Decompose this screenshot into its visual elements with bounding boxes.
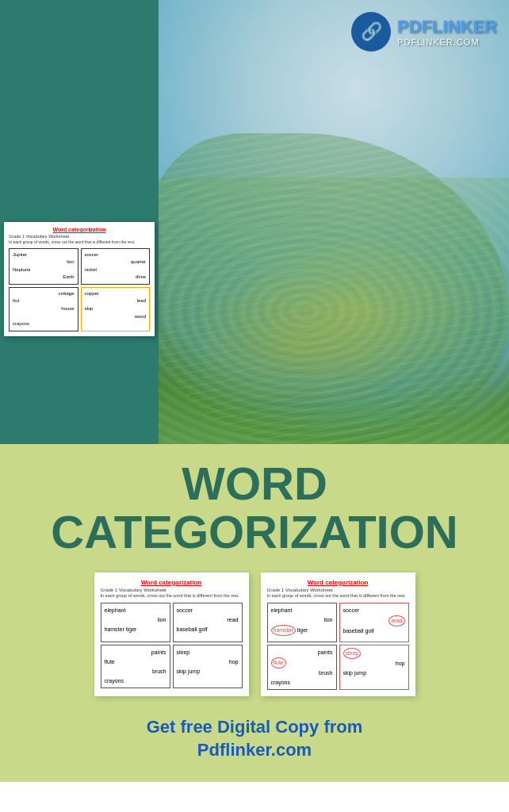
ws-word: dime bbox=[85, 274, 147, 282]
ws-preview-title: Word categorization bbox=[9, 227, 150, 232]
main-title-line2: CATEGORIZATION bbox=[51, 508, 457, 557]
word-circled-flute: flute bbox=[271, 657, 286, 668]
word: jump bbox=[354, 670, 366, 676]
word: read bbox=[177, 615, 239, 625]
ws-box-3: cottage hut house crayons bbox=[9, 287, 78, 331]
wc1-instruction: In each group of words, cross out the wo… bbox=[101, 593, 243, 599]
ws-word: nickel bbox=[85, 267, 97, 272]
word: read bbox=[343, 615, 405, 626]
word: brush bbox=[105, 667, 166, 676]
ws-word: crayons bbox=[13, 321, 29, 326]
logo-text: PDFLINKER PDFLINKER.COM bbox=[397, 17, 497, 47]
ws-word: house bbox=[13, 305, 75, 313]
worksheets-row: Word categorization Grade 1 Vocabulary W… bbox=[94, 573, 415, 697]
ws-word: copper bbox=[85, 291, 99, 296]
word: paints bbox=[271, 648, 333, 657]
wc1-box1: elephant lion hamster tiger bbox=[101, 603, 170, 642]
word: sleep bbox=[177, 649, 190, 655]
ws-box-4: copper lead skip wood bbox=[81, 287, 151, 331]
logo-area: 🔗 PDFLINKER PDFLINKER.COM bbox=[351, 12, 497, 52]
word: paints bbox=[105, 648, 166, 657]
word: flute bbox=[105, 659, 115, 665]
ws-preview-instruction: In each group of words, cross out the wo… bbox=[9, 239, 150, 245]
wc2-title: Word categorization bbox=[267, 579, 409, 586]
ws-word: hut bbox=[13, 298, 19, 303]
logo-website: PDFLINKER.COM bbox=[397, 37, 479, 47]
word-circled-hamster: hamster bbox=[271, 625, 296, 636]
ws-word: Earth bbox=[13, 274, 75, 282]
ws-word: wood bbox=[85, 313, 147, 321]
worksheet-preview: Word categorization Grade 1 Vocabulary W… bbox=[4, 222, 155, 336]
ws-word: soccer bbox=[85, 252, 99, 257]
word: jump bbox=[188, 668, 200, 674]
word: skip bbox=[343, 670, 353, 676]
word: elephant bbox=[271, 607, 293, 613]
ws-word: lead bbox=[85, 297, 147, 305]
painting-flowers bbox=[204, 222, 509, 400]
word: crayons bbox=[271, 680, 291, 685]
main-title: WORD CATEGORIZATION bbox=[51, 460, 457, 557]
wc1-grid: elephant lion hamster tiger soccer read … bbox=[101, 603, 243, 689]
wc2-instruction: In each group of words, cross out the wo… bbox=[267, 593, 409, 599]
ws-word: lion bbox=[13, 259, 75, 266]
word: hop bbox=[343, 659, 405, 668]
word-circled-sleep: sleep bbox=[343, 648, 362, 659]
top-section: 🔗 PDFLINKER PDFLINKER.COM Word categoriz… bbox=[0, 0, 509, 444]
ws-preview-grid: Jupiter lion Neptune Earth soccer quarte… bbox=[9, 248, 150, 331]
wc2-box1: elephant lion hamster tiger bbox=[267, 603, 337, 642]
logo-icon: 🔗 bbox=[351, 12, 391, 52]
logo-linker: LINKER bbox=[432, 17, 497, 36]
word: soccer bbox=[343, 607, 360, 613]
worksheet-card-2: Word categorization Grade 1 Vocabulary W… bbox=[261, 573, 415, 697]
ws-word: cottage bbox=[13, 290, 75, 298]
cta-line1: Get free Digital Copy from bbox=[147, 716, 363, 739]
word: skip bbox=[177, 668, 186, 674]
word: golf bbox=[199, 626, 208, 632]
wc2-box3: paints flute brush crayons bbox=[267, 645, 337, 691]
word: soccer bbox=[177, 607, 193, 613]
cta-line2: Pdflinker.com bbox=[147, 739, 363, 762]
bottom-section: WORD CATEGORIZATION Word categorization … bbox=[0, 444, 509, 782]
wc2-grid: elephant lion hamster tiger soccer read … bbox=[267, 603, 409, 691]
word: hamster bbox=[105, 626, 124, 632]
worksheet-card-1: Word categorization Grade 1 Vocabulary W… bbox=[94, 573, 249, 697]
wc1-grade: Grade 1 Vocabulary Worksheet bbox=[101, 588, 243, 592]
word: brush bbox=[271, 668, 333, 678]
wc1-box2: soccer read baseball golf bbox=[173, 603, 243, 642]
wc2-box2: soccer read baseball golf bbox=[339, 603, 409, 642]
ws-word: quarter bbox=[85, 259, 147, 266]
word: elephant bbox=[105, 607, 126, 613]
ws-preview-grade: Grade 1 Vocabulary Worksheet bbox=[9, 234, 150, 239]
ws-word: Jupiter bbox=[13, 252, 27, 257]
word: lion bbox=[271, 615, 333, 625]
cta-text[interactable]: Get free Digital Copy from Pdflinker.com bbox=[147, 716, 363, 761]
wc2-box4: sleep hop skip jump bbox=[339, 645, 409, 691]
word: baseball bbox=[343, 628, 364, 634]
word-circled-read: read bbox=[388, 615, 404, 626]
wc1-box4: sleep hop skip jump bbox=[173, 645, 243, 689]
word: tiger bbox=[297, 627, 308, 633]
wc2-grade: Grade 1 Vocabulary Worksheet bbox=[267, 588, 409, 592]
ws-box-1: Jupiter lion Neptune Earth bbox=[9, 248, 78, 285]
word: golf bbox=[365, 628, 374, 634]
main-title-line1: WORD bbox=[51, 460, 457, 508]
word: hop bbox=[177, 657, 239, 667]
logo-pdf: PDF bbox=[397, 17, 432, 36]
logo-title: PDFLINKER bbox=[397, 17, 497, 37]
ws-box-2: soccer quarter nickel dime bbox=[81, 248, 151, 285]
wc1-title: Word categorization bbox=[101, 579, 243, 586]
word: crayons bbox=[105, 678, 124, 684]
wc1-box3: paints flute brush crayons bbox=[101, 645, 170, 689]
word: lion bbox=[105, 615, 166, 625]
word: baseball bbox=[177, 626, 197, 632]
word: tiger bbox=[126, 626, 137, 632]
ws-word: Neptune bbox=[13, 267, 31, 272]
ws-word: skip bbox=[85, 306, 94, 311]
